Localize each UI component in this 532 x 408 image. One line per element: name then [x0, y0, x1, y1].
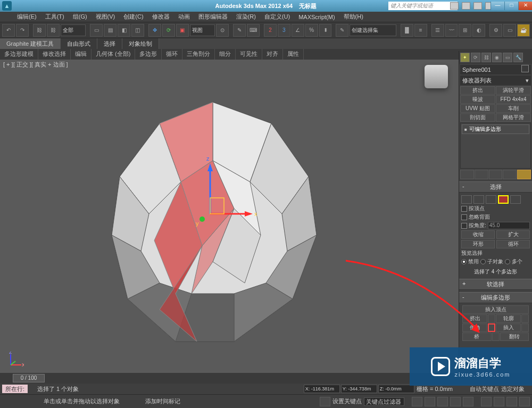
- align-button[interactable]: ≡: [414, 24, 427, 37]
- preview-multi-radio[interactable]: [505, 259, 510, 264]
- keymode-dropdown[interactable]: 选定对象: [501, 385, 530, 393]
- modbtn-ffd[interactable]: FFD 4x4x4: [496, 95, 531, 104]
- coord-y-field[interactable]: Y: -344.738m: [341, 385, 377, 393]
- element-mode-icon[interactable]: [510, 195, 521, 204]
- menu-maxscript[interactable]: MAXScript(M): [294, 14, 339, 20]
- modbtn-extrude[interactable]: 挤出: [460, 86, 495, 95]
- inset-settings-button[interactable]: [521, 323, 529, 332]
- object-name-field[interactable]: Sphere001: [460, 65, 531, 74]
- schematic-button[interactable]: ⊞: [459, 24, 471, 37]
- scale-button[interactable]: ▣: [176, 24, 189, 37]
- rollout-selection-header[interactable]: -选择: [459, 181, 532, 193]
- snap-2d-button[interactable]: 2: [264, 24, 277, 37]
- modify-tab-icon[interactable]: ⟳: [471, 53, 480, 62]
- preview-sub-radio[interactable]: [480, 259, 486, 264]
- redo-button[interactable]: ↷: [16, 24, 29, 37]
- ribbon-sub-tri[interactable]: 三角剖分: [182, 49, 215, 60]
- spinner-snap-button[interactable]: ⬍: [319, 24, 332, 37]
- ribbon-tab-modeling[interactable]: Graphite 建模工具: [0, 38, 61, 49]
- extrude-button[interactable]: 挤出: [462, 314, 487, 323]
- percent-snap-button[interactable]: %: [305, 24, 318, 37]
- bridge-settings-button[interactable]: [492, 332, 500, 341]
- filter-dropdown[interactable]: 全部: [61, 24, 86, 36]
- ring-button[interactable]: 环形: [461, 240, 495, 248]
- nav-orbit-button[interactable]: [506, 397, 517, 406]
- display-tab-icon[interactable]: ▭: [503, 53, 512, 62]
- preview-off-radio[interactable]: [461, 259, 467, 264]
- bevel-button[interactable]: 倒角: [462, 323, 487, 332]
- namedsel-dropdown[interactable]: 创建选择集: [350, 24, 396, 36]
- time-slider[interactable]: 0 / 100: [0, 373, 459, 384]
- key-filter-button[interactable]: 关键点过滤器: [364, 397, 404, 406]
- inset-button[interactable]: 插入: [496, 323, 521, 332]
- loop-button[interactable]: 循环: [496, 240, 530, 248]
- menu-rendering[interactable]: 渲染(R): [232, 13, 260, 21]
- manip-button[interactable]: ✎: [233, 24, 246, 37]
- help-search-input[interactable]: 键入关键字或短语: [388, 2, 458, 10]
- menu-edit[interactable]: 编辑(E): [13, 13, 41, 21]
- utilities-tab-icon[interactable]: 🔧: [513, 53, 523, 62]
- edge-mode-icon[interactable]: [473, 195, 484, 204]
- link-button[interactable]: ⛓: [33, 24, 46, 37]
- play-prev-button[interactable]: [425, 397, 435, 406]
- nav-max-button[interactable]: [519, 397, 530, 406]
- ribbon-sub-polymodel[interactable]: 多边形建模: [0, 49, 38, 60]
- hierarchy-tab-icon[interactable]: ⛓: [481, 53, 491, 62]
- ribbon-sub-loop[interactable]: 循环: [162, 49, 182, 60]
- mirror-button[interactable]: ▐▌: [401, 24, 413, 37]
- rendered-frame-button[interactable]: ▭: [503, 24, 516, 37]
- play-start-button[interactable]: [412, 397, 422, 406]
- modbtn-slice[interactable]: 剖切面: [460, 113, 495, 122]
- make-unique-button[interactable]: [489, 170, 503, 179]
- extrude-settings-button[interactable]: [488, 314, 495, 323]
- curve-editor-button[interactable]: 〰: [445, 24, 458, 37]
- menu-modifiers[interactable]: 修改器: [148, 13, 174, 21]
- insert-vertex-button[interactable]: 插入顶点: [462, 305, 529, 314]
- pivot-button[interactable]: ⊙: [216, 24, 229, 37]
- ribbon-sub-props[interactable]: 属性: [283, 49, 304, 60]
- menu-create[interactable]: 创建(C): [119, 13, 147, 21]
- setkey-button[interactable]: [320, 397, 330, 406]
- modbtn-uvw[interactable]: UVW 贴图: [460, 104, 495, 113]
- grow-button[interactable]: 扩大: [496, 230, 530, 239]
- ribbon-tab-objpaint[interactable]: 对象绘制: [122, 38, 159, 49]
- move-button[interactable]: ✥: [148, 24, 161, 37]
- shrink-button[interactable]: 收缩: [461, 230, 495, 239]
- undo-button[interactable]: ↶: [2, 24, 15, 37]
- play-next-button[interactable]: [450, 397, 461, 406]
- viewport[interactable]: [ + ][ 正交 ][ 真实 + 边面 ] z x y: [0, 60, 459, 373]
- ribbon-tab-freeform[interactable]: 自由形式: [61, 38, 97, 49]
- motion-tab-icon[interactable]: ◉: [492, 53, 502, 62]
- modbtn-lathe[interactable]: 车削: [496, 104, 531, 113]
- modbtn-turbosmooth[interactable]: 涡轮平滑: [496, 86, 531, 95]
- stack-editable-poly[interactable]: 可编辑多边形: [462, 124, 529, 134]
- menu-help[interactable]: 帮助(H): [339, 13, 368, 21]
- coord-z-field[interactable]: Z: -0.0mm: [378, 385, 414, 393]
- modbtn-noise[interactable]: 噪波: [460, 95, 495, 104]
- add-time-tag[interactable]: 添加时间标记: [145, 397, 180, 405]
- app-icon[interactable]: ▲: [2, 1, 12, 11]
- menu-views[interactable]: 视图(V): [92, 13, 120, 21]
- window-crossing-button[interactable]: ◫: [131, 24, 144, 37]
- render-setup-button[interactable]: ⚙: [489, 24, 502, 37]
- ribbon-sub-vis[interactable]: 可见性: [236, 49, 262, 60]
- select-button[interactable]: ▭: [90, 24, 103, 37]
- play-button[interactable]: [437, 397, 448, 406]
- rollout-editpoly-header[interactable]: -编辑多边形: [459, 292, 532, 303]
- remove-mod-button[interactable]: [503, 170, 517, 179]
- refcoord-dropdown[interactable]: 视图: [190, 24, 215, 36]
- angle-snap-button[interactable]: ∠: [292, 24, 304, 37]
- material-editor-button[interactable]: ◐: [472, 24, 485, 37]
- ribbon-sub-geomall[interactable]: 几何体 (全部): [92, 49, 135, 60]
- window-controls[interactable]: —□✕: [491, 2, 532, 10]
- ribbon-sub-modifysel[interactable]: 修改选择: [38, 49, 71, 60]
- ignore-backfacing-checkbox[interactable]: [461, 214, 467, 220]
- by-angle-checkbox[interactable]: [461, 223, 467, 229]
- vertex-mode-icon[interactable]: [461, 195, 472, 204]
- object-color-swatch[interactable]: [521, 65, 529, 72]
- rotate-button[interactable]: ⟳: [162, 24, 175, 37]
- rollout-softselection-header[interactable]: +软选择: [459, 279, 532, 290]
- render-button[interactable]: ☕: [517, 24, 530, 37]
- ribbon-sub-align[interactable]: 对齐: [262, 49, 283, 60]
- unlink-button[interactable]: ⛓: [47, 24, 60, 37]
